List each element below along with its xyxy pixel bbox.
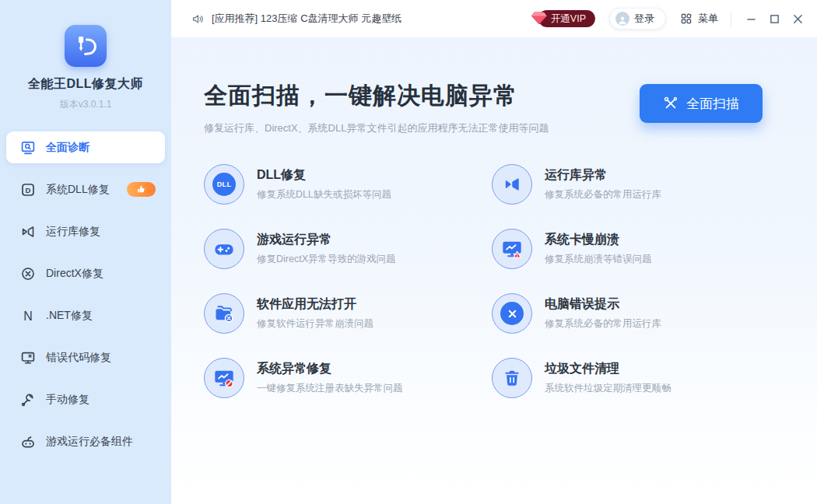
minimize-button[interactable]: [739, 7, 763, 30]
feature-desc: 修复系统必备的常用运行库: [545, 317, 661, 331]
feature-title: 软件应用无法打开: [257, 296, 373, 313]
speaker-icon: [191, 12, 205, 26]
svg-text:D: D: [26, 185, 31, 194]
feature-grid: DLL DLL修复 修复系统DLL缺失或损坏等问题 运行库异常 修复系统必备的常…: [204, 164, 780, 398]
monitor-block-icon: [204, 358, 244, 398]
dll-square-icon: D: [20, 182, 36, 198]
grid-menu-icon: [680, 12, 693, 25]
sidebar-item-directx-repair[interactable]: DirectX修复: [6, 257, 165, 289]
sidebar-item-system-dll-repair[interactable]: D 系统DLL修复: [6, 173, 165, 205]
topbar: [应用推荐] 123压缩 C盘清理大师 元趣壁纸 开通VIP 登录: [171, 0, 817, 37]
trash-icon: [492, 358, 532, 398]
folder-error-icon: [204, 293, 244, 334]
robot-icon: [20, 434, 36, 450]
minimize-icon: [746, 14, 756, 24]
circle-x-outline-icon: [20, 266, 36, 282]
sidebar-item-runtime-repair[interactable]: 运行库修复: [6, 215, 165, 247]
app-version: 版本v3.0.1.1: [0, 98, 171, 111]
feature-game-abnormal[interactable]: 游戏运行异常 修复DirectX异常导致的游戏问题: [204, 229, 492, 269]
feature-title: 系统异常修复: [257, 361, 403, 377]
maximize-icon: [770, 14, 780, 24]
sidebar-item-label: .NET修复: [46, 309, 93, 323]
thumbs-up-badge: [127, 182, 156, 197]
feature-title: 系统卡慢崩溃: [545, 232, 652, 248]
feature-dll-repair[interactable]: DLL DLL修复 修复系统DLL缺失或损坏等问题: [204, 164, 492, 205]
announcement-bar[interactable]: [应用推荐] 123压缩 C盘清理大师 元趣壁纸: [191, 12, 401, 26]
feature-desc: 系统软件垃圾定期清理更顺畅: [545, 382, 671, 395]
app-logo-icon: [65, 25, 107, 67]
sidebar-item-manual-repair[interactable]: 手动修复: [6, 383, 165, 415]
feature-title: 游戏运行异常: [257, 232, 395, 248]
sidebar-item-label: 运行库修复: [46, 225, 100, 239]
user-avatar-icon: [615, 12, 629, 26]
feature-system-crash[interactable]: 系统卡慢崩溃 修复系统崩溃等错误问题: [492, 229, 780, 269]
sidebar-item-error-code-repair[interactable]: 错误代码修复: [6, 341, 165, 373]
close-button[interactable]: [786, 7, 809, 30]
maximize-button[interactable]: [763, 7, 786, 30]
feature-title: 运行库异常: [545, 167, 661, 184]
diagnose-monitor-icon: [20, 140, 36, 156]
sidebar-item-label: 系统DLL修复: [46, 183, 110, 197]
announcement-text: [应用推荐] 123压缩 C盘清理大师 元趣壁纸: [212, 12, 401, 26]
runtime-flag-icon: [20, 224, 36, 240]
gamepad-icon: [204, 229, 244, 269]
vip-label: 开通VIP: [551, 12, 586, 26]
feature-desc: 修复软件运行异常崩溃问题: [257, 317, 373, 331]
feature-title: 垃圾文件清理: [545, 361, 671, 377]
feature-title: DLL修复: [257, 167, 391, 184]
app-title: 全能王DLL修复大师: [0, 76, 171, 93]
sidebar-menu: 全面诊断 D 系统DLL修复 运行库: [0, 131, 171, 457]
feature-app-wont-open[interactable]: 软件应用无法打开 修复软件运行异常崩溃问题: [204, 293, 492, 334]
menu-label: 菜单: [698, 12, 718, 26]
gem-icon: [530, 9, 549, 27]
feature-desc: 修复系统DLL缺失或损坏等问题: [257, 188, 391, 201]
runtime-flag-icon: [492, 164, 532, 205]
sidebar: 全能王DLL修复大师 版本v3.0.1.1 全面诊断 D 系统DLL修复: [0, 0, 171, 504]
page-subtitle: 修复运行库、DirectX、系统DLL异常文件引起的应用程序无法正常使用等问题: [204, 121, 817, 135]
feature-desc: 修复系统崩溃等错误问题: [545, 253, 652, 266]
sidebar-item-label: 全面诊断: [46, 141, 89, 155]
sidebar-item-label: 游戏运行必备组件: [46, 435, 133, 449]
sidebar-item-label: 错误代码修复: [46, 351, 111, 365]
dll-badge-icon: DLL: [204, 164, 244, 205]
sidebar-item-game-components[interactable]: 游戏运行必备组件: [6, 425, 165, 457]
feature-runtime-abnormal[interactable]: 运行库异常 修复系统必备的常用运行库: [492, 164, 780, 205]
monitor-error-icon: [20, 350, 36, 366]
circle-x-icon: [492, 293, 532, 334]
sidebar-item-label: 手动修复: [46, 393, 89, 407]
topbar-divider: [731, 11, 731, 26]
sidebar-item-full-diagnosis[interactable]: 全面诊断: [6, 131, 165, 163]
sidebar-item-label: DirectX修复: [46, 267, 103, 281]
feature-desc: 修复DirectX异常导致的游戏问题: [257, 253, 395, 266]
letter-n-icon: N: [20, 308, 36, 324]
wrench-icon: [20, 392, 36, 408]
feature-error-prompt[interactable]: 电脑错误提示 修复系统必备的常用运行库: [492, 293, 780, 334]
monitor-warning-icon: [492, 229, 532, 269]
feature-title: 电脑错误提示: [545, 296, 661, 313]
content-area: 全面扫描，一键解决电脑异常 修复运行库、DirectX、系统DLL异常文件引起的…: [171, 37, 817, 504]
feature-desc: 一键修复系统注册表缺失异常问题: [257, 382, 403, 395]
sidebar-item-dotnet-repair[interactable]: N .NET修复: [6, 299, 165, 331]
feature-system-abnormal-repair[interactable]: 系统异常修复 一键修复系统注册表缺失异常问题: [204, 358, 492, 398]
svg-text:N: N: [23, 309, 33, 322]
feature-junk-clean[interactable]: 垃圾文件清理 系统软件垃圾定期清理更顺畅: [492, 358, 780, 398]
full-scan-label: 全面扫描: [686, 95, 739, 113]
close-icon: [793, 14, 803, 24]
main-area: [应用推荐] 123压缩 C盘清理大师 元趣壁纸 开通VIP 登录: [171, 0, 817, 504]
crossed-tools-icon: [663, 96, 678, 111]
vip-button[interactable]: 开通VIP: [538, 10, 595, 27]
menu-button[interactable]: 菜单: [680, 12, 718, 26]
feature-desc: 修复系统必备的常用运行库: [545, 188, 661, 201]
full-scan-button[interactable]: 全面扫描: [640, 84, 763, 123]
login-label: 登录: [634, 12, 654, 26]
login-button[interactable]: 登录: [609, 8, 666, 30]
